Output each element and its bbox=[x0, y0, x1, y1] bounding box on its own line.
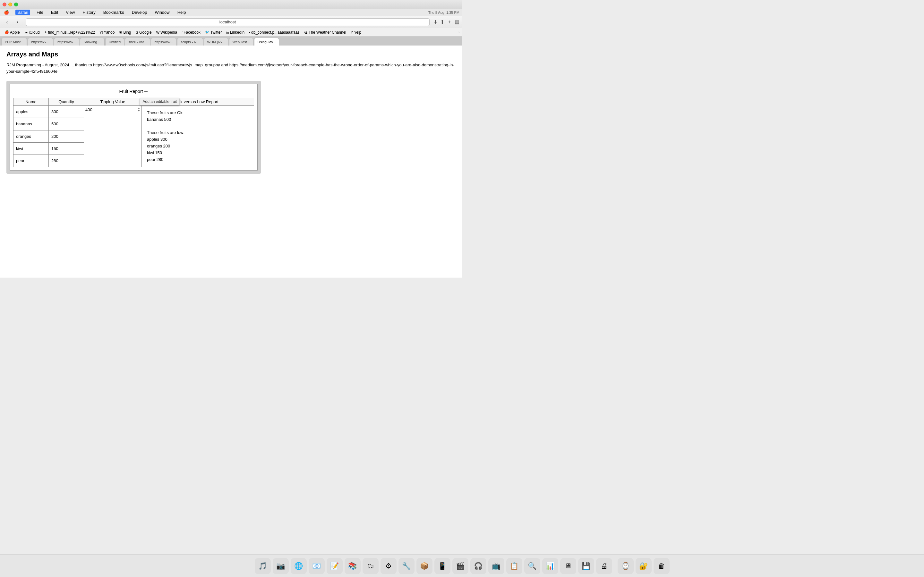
tab-php[interactable]: PHP Mbst... bbox=[1, 38, 27, 45]
toolbar-icons: ⬇ ⬆ ＋ ▤ bbox=[433, 19, 459, 25]
bookmark-label: Facebook bbox=[184, 30, 200, 35]
tab-scripts[interactable]: scripts - R... bbox=[177, 38, 203, 45]
more-bookmarks-icon[interactable]: › bbox=[458, 30, 459, 35]
menu-edit[interactable]: Edit bbox=[50, 10, 59, 15]
bookmark-google[interactable]: G Google bbox=[134, 29, 153, 35]
sidebar-icon[interactable]: ▤ bbox=[455, 19, 459, 25]
new-tab-icon[interactable]: ＋ bbox=[447, 19, 452, 25]
menu-window[interactable]: Window bbox=[153, 10, 171, 15]
find-icon: ✦ bbox=[44, 30, 47, 34]
menu-safari[interactable]: Safari bbox=[15, 10, 30, 15]
tabs-bar: PHP Mbst... https://65.... https://ww...… bbox=[0, 37, 462, 45]
forward-button[interactable]: › bbox=[13, 18, 22, 27]
fruit-report-inner: Fruit Report ✛ Add an editable fruit Nam… bbox=[10, 84, 258, 171]
fruit-name-oranges: oranges bbox=[13, 130, 49, 142]
menu-help[interactable]: Help bbox=[176, 10, 187, 15]
fruit-name-kiwi: kiwi bbox=[13, 142, 49, 155]
tipping-input-wrapper: ▲ ▼ bbox=[86, 107, 140, 112]
menu-file[interactable]: File bbox=[35, 10, 45, 15]
fruit-report-wrapper: Fruit Report ✛ Add an editable fruit Nam… bbox=[6, 81, 261, 174]
browser-toolbar: ‹ › localhost ⬇ ⬆ ＋ ▤ bbox=[0, 16, 462, 28]
menu-bookmarks[interactable]: Bookmarks bbox=[102, 10, 126, 15]
wikipedia-icon: W bbox=[156, 31, 160, 34]
linkedin-icon: in bbox=[226, 31, 229, 34]
tab-showing[interactable]: Showing.... bbox=[80, 38, 104, 45]
bookmark-bing[interactable]: ◉ Bing bbox=[117, 29, 133, 35]
low-item-kiwi: kiwi 150 bbox=[147, 150, 249, 156]
icloud-icon: ☁ bbox=[24, 30, 28, 34]
low-item-oranges: oranges 200 bbox=[147, 143, 249, 150]
download-icon[interactable]: ⬇ bbox=[433, 19, 438, 25]
bookmark-label: db_connect.p...aaasaaafaas bbox=[251, 30, 300, 35]
page-content: Arrays and Maps RJM Programming - August… bbox=[0, 45, 462, 277]
menu-history[interactable]: History bbox=[81, 10, 97, 15]
tab-shell[interactable]: shell - Var... bbox=[125, 38, 150, 45]
fruit-qty-oranges: 200 bbox=[49, 130, 84, 142]
add-fruit-tooltip: Add an editable fruit bbox=[140, 98, 180, 105]
fruit-table: Name Quantity Tipping Value Ok versus Lo… bbox=[13, 98, 254, 167]
bookmark-label: LinkedIn bbox=[230, 30, 244, 35]
bookmark-yelp[interactable]: Y Yelp bbox=[349, 29, 363, 35]
add-fruit-icon[interactable]: ✛ Add an editable fruit bbox=[144, 89, 148, 94]
weather-icon: 🌤 bbox=[304, 31, 308, 34]
fruit-name-bananas: bananas bbox=[13, 118, 49, 130]
bookmark-twitter[interactable]: 🐦 Twitter bbox=[203, 29, 224, 35]
low-item-apples: apples 300 bbox=[147, 136, 249, 143]
bing-icon: ◉ bbox=[119, 30, 122, 34]
tab-httpsww2[interactable]: https://ww... bbox=[151, 38, 176, 45]
tipping-value-input[interactable] bbox=[86, 107, 136, 112]
tipping-decrement[interactable]: ▼ bbox=[137, 110, 140, 112]
db-icon: ▪ bbox=[249, 31, 250, 34]
titlebar bbox=[0, 0, 462, 9]
yahoo-icon: Y! bbox=[99, 31, 103, 34]
fruit-qty-kiwi: 150 bbox=[49, 142, 84, 155]
fruit-name-apples: apples bbox=[13, 106, 49, 118]
address-text: localhost bbox=[220, 19, 236, 24]
bookmark-label: iCloud bbox=[29, 30, 40, 35]
low-header: These fruits are low: bbox=[147, 129, 249, 136]
col-header-tipping: Tipping Value bbox=[84, 98, 142, 106]
facebook-icon: f bbox=[182, 31, 183, 34]
bookmark-label: Twitter bbox=[210, 30, 222, 35]
fruit-report-label: Fruit Report bbox=[120, 89, 143, 94]
menu-develop[interactable]: Develop bbox=[131, 10, 149, 15]
fullscreen-button[interactable] bbox=[14, 3, 18, 6]
yelp-icon: Y bbox=[351, 31, 353, 34]
bookmark-wikipedia[interactable]: W Wikipedia bbox=[154, 29, 179, 35]
bookmarks-bar: 🍎 Apple ☁ iCloud ✦ find_minus...rep+%22s… bbox=[0, 28, 462, 37]
tab-https65[interactable]: https://65.... bbox=[27, 38, 53, 45]
minimize-button[interactable] bbox=[8, 3, 12, 6]
menu-view[interactable]: View bbox=[65, 10, 76, 15]
tab-untitled[interactable]: Untitled bbox=[105, 38, 124, 45]
bookmark-db[interactable]: ▪ db_connect.p...aaasaaafaas bbox=[247, 29, 302, 35]
bookmark-yahoo[interactable]: Y! Yahoo bbox=[97, 29, 116, 35]
share-icon[interactable]: ⬆ bbox=[440, 19, 444, 25]
bookmark-apple[interactable]: 🍎 Apple bbox=[3, 29, 22, 35]
tab-httpsww1[interactable]: https://ww... bbox=[54, 38, 79, 45]
bookmark-linkedin[interactable]: in LinkedIn bbox=[224, 29, 246, 35]
tab-webhost[interactable]: WebHost... bbox=[229, 38, 254, 45]
fruit-qty-pear: 280 bbox=[49, 155, 84, 167]
tab-whm[interactable]: WHM [65... bbox=[204, 38, 228, 45]
bookmark-label: Yelp bbox=[354, 30, 361, 35]
tab-usingjav[interactable]: Using Jav... bbox=[254, 38, 279, 45]
low-item-pear: pear 280 bbox=[147, 156, 249, 163]
bookmark-find[interactable]: ✦ find_minus...rep+%22s%22 bbox=[42, 29, 97, 35]
menu-apple[interactable]: 🍎 bbox=[3, 10, 10, 15]
bookmark-weather[interactable]: 🌤 The Weather Channel bbox=[302, 29, 348, 35]
ok-header: These fruits are Ok: bbox=[147, 110, 249, 116]
menu-bar: 🍎 Safari File Edit View History Bookmark… bbox=[0, 9, 462, 16]
bookmark-label: Wikipedia bbox=[160, 30, 177, 35]
bookmark-icloud[interactable]: ☁ iCloud bbox=[23, 29, 42, 35]
tipping-spinner: ▲ ▼ bbox=[137, 107, 140, 112]
bookmark-label: Bing bbox=[123, 30, 131, 35]
back-button[interactable]: ‹ bbox=[3, 18, 11, 27]
ok-item-bananas: bananas 500 bbox=[147, 116, 249, 123]
address-bar[interactable]: localhost bbox=[26, 18, 430, 26]
fruit-name-pear: pear bbox=[13, 155, 49, 167]
bookmark-label: Apple bbox=[10, 30, 20, 35]
bookmark-facebook[interactable]: f Facebook bbox=[180, 29, 202, 35]
table-row: apples 300 ▲ ▼ bbox=[13, 106, 254, 118]
col-header-quantity: Quantity bbox=[49, 98, 84, 106]
close-button[interactable] bbox=[3, 3, 6, 6]
